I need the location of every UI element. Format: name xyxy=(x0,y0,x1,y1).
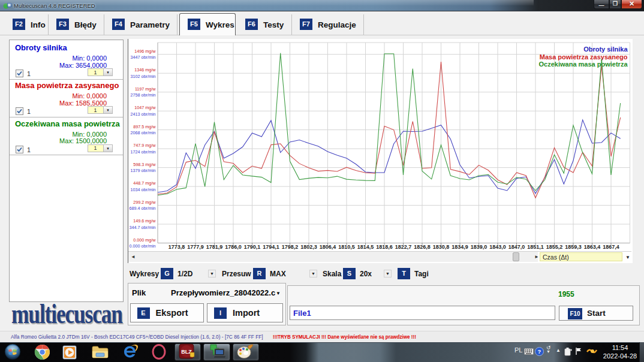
svg-text:1851,1: 1851,1 xyxy=(527,244,544,250)
svg-text:Obroty silnika: Obroty silnika xyxy=(583,46,628,53)
svg-text:2068 obr/min: 2068 obr/min xyxy=(130,130,155,135)
svg-text:1814,5: 1814,5 xyxy=(357,244,374,250)
svg-text:Oczekiwana masa powietrza: Oczekiwana masa powietrza xyxy=(538,61,628,68)
svg-text:1777,9: 1777,9 xyxy=(187,244,204,250)
svg-text:1855,2: 1855,2 xyxy=(546,244,562,250)
svg-text:1786,0: 1786,0 xyxy=(225,244,242,250)
svg-text:1863,4: 1863,4 xyxy=(583,244,600,250)
svg-text:1822,7: 1822,7 xyxy=(395,244,411,250)
svg-text:3447 obr/min: 3447 obr/min xyxy=(130,55,155,60)
svg-text:1806,4: 1806,4 xyxy=(319,244,336,250)
svg-text:1794,1: 1794,1 xyxy=(263,244,279,250)
svg-text:1197 mg/w: 1197 mg/w xyxy=(134,86,155,92)
svg-text:1047 mg/w: 1047 mg/w xyxy=(134,105,156,110)
svg-text:1839,0: 1839,0 xyxy=(470,244,487,250)
svg-text:1802,3: 1802,3 xyxy=(300,244,317,250)
svg-text:1790,1: 1790,1 xyxy=(243,244,260,250)
svg-text:897.5 mg/w: 897.5 mg/w xyxy=(133,124,156,129)
svg-text:747.9 mg/w: 747.9 mg/w xyxy=(133,143,156,148)
svg-text:0.000 obr/min: 0.000 obr/min xyxy=(129,243,155,249)
svg-text:1843,0: 1843,0 xyxy=(489,244,506,250)
svg-text:299.2 mg/w: 299.2 mg/w xyxy=(133,200,156,205)
svg-text:344.7 obr/min: 344.7 obr/min xyxy=(129,225,155,230)
svg-text:1859,3: 1859,3 xyxy=(565,244,582,250)
svg-text:1830,8: 1830,8 xyxy=(432,244,449,250)
svg-text:1379 obr/min: 1379 obr/min xyxy=(130,168,155,173)
svg-text:1867,4: 1867,4 xyxy=(603,244,619,250)
svg-text:1847,0: 1847,0 xyxy=(508,244,525,250)
svg-text:1773,8: 1773,8 xyxy=(168,244,185,250)
svg-text:2758 obr/min: 2758 obr/min xyxy=(130,92,155,98)
svg-text:448.7 mg/w: 448.7 mg/w xyxy=(133,180,156,186)
svg-text:1810,5: 1810,5 xyxy=(338,244,355,250)
svg-text:1826,8: 1826,8 xyxy=(414,244,431,250)
svg-text:1496 mg/w: 1496 mg/w xyxy=(134,49,156,54)
svg-text:1346 mg/w: 1346 mg/w xyxy=(134,67,156,73)
svg-text:1724 obr/min: 1724 obr/min xyxy=(130,149,155,155)
svg-text:3102 obr/min: 3102 obr/min xyxy=(130,74,155,79)
svg-text:1034 obr/min: 1034 obr/min xyxy=(130,187,155,192)
svg-text:1818,6: 1818,6 xyxy=(376,244,393,250)
svg-text:0.000 mg/w: 0.000 mg/w xyxy=(133,237,156,243)
svg-text:1781,9: 1781,9 xyxy=(206,244,222,250)
svg-text:689.4 obr/min: 689.4 obr/min xyxy=(129,206,155,211)
svg-text:2413 obr/min: 2413 obr/min xyxy=(130,111,155,117)
svg-text:Masa powietrza zasysanego: Masa powietrza zasysanego xyxy=(539,53,627,61)
svg-text:?: ? xyxy=(538,348,541,355)
svg-text:1798,2: 1798,2 xyxy=(281,244,298,250)
svg-text:598.3 mg/w: 598.3 mg/w xyxy=(133,162,156,167)
svg-text:1834,9: 1834,9 xyxy=(452,244,468,250)
svg-text:149.6 mg/w: 149.6 mg/w xyxy=(133,218,156,224)
